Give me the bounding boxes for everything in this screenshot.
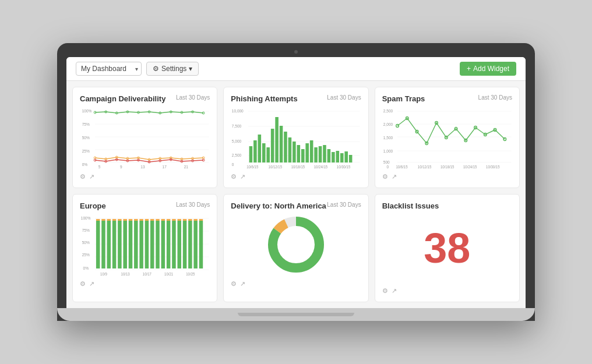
svg-rect-75: [323, 145, 327, 162]
svg-text:10/6/15: 10/6/15: [246, 165, 259, 169]
svg-rect-131: [112, 221, 117, 268]
svg-text:75%: 75%: [82, 228, 90, 232]
svg-rect-128: [101, 219, 105, 221]
svg-text:21: 21: [184, 165, 188, 169]
widget-gear-icon[interactable]: ⚙: [231, 173, 237, 181]
settings-caret-icon: ▾: [189, 65, 192, 73]
svg-rect-73: [315, 147, 318, 162]
svg-rect-79: [340, 153, 344, 162]
widget-subtitle: Last 30 Days: [478, 94, 512, 101]
widget-gear-icon[interactable]: ⚙: [80, 280, 86, 288]
widget-title: Spam Traps: [382, 94, 425, 103]
add-widget-label: Add Widget: [473, 65, 509, 73]
svg-rect-160: [188, 219, 192, 221]
svg-text:2,000: 2,000: [383, 122, 393, 126]
donut-chart-container: [231, 213, 361, 277]
widget-link-icon[interactable]: ↗: [392, 287, 397, 295]
widget-link-icon[interactable]: ↗: [392, 173, 397, 181]
svg-text:1,500: 1,500: [383, 136, 393, 140]
svg-rect-71: [306, 143, 309, 162]
svg-text:10/17: 10/17: [143, 272, 152, 276]
dashboard-select[interactable]: My Dashboard: [76, 62, 142, 76]
widget-footer: ⚙ ↗: [382, 173, 512, 181]
widget-link-icon[interactable]: ↗: [89, 173, 94, 181]
widget-subtitle: Last 30 Days: [176, 202, 210, 208]
widget-title: Blacklist Issues: [382, 202, 439, 210]
campaign-deliverability-chart: 100% 75% 50% 25% 0%: [80, 105, 210, 169]
svg-rect-163: [199, 221, 203, 268]
svg-rect-150: [161, 219, 165, 221]
svg-rect-77: [332, 152, 335, 162]
widget-gear-icon[interactable]: ⚙: [80, 173, 86, 181]
svg-rect-126: [96, 219, 100, 221]
widget-gear-icon[interactable]: ⚙: [382, 287, 388, 295]
widget-gear-icon[interactable]: ⚙: [231, 280, 237, 288]
svg-rect-134: [118, 219, 122, 221]
svg-rect-136: [123, 219, 127, 221]
svg-point-109: [503, 138, 506, 141]
svg-text:9: 9: [120, 165, 122, 169]
svg-rect-59: [253, 140, 257, 162]
svg-rect-61: [262, 143, 266, 162]
svg-text:1,000: 1,000: [383, 149, 393, 153]
widget-subtitle: Last 30 Days: [176, 94, 210, 101]
svg-rect-129: [107, 221, 111, 268]
svg-text:10/30/15: 10/30/15: [486, 165, 500, 169]
widget-footer: ⚙ ↗: [80, 173, 210, 181]
svg-rect-80: [345, 151, 348, 162]
widget-gear-icon[interactable]: ⚙: [382, 173, 388, 181]
svg-rect-162: [193, 219, 198, 221]
svg-rect-132: [112, 219, 117, 221]
svg-rect-147: [156, 221, 160, 268]
settings-button[interactable]: ⚙ Settings ▾: [146, 62, 199, 76]
widget-subtitle: Last 30 Days: [327, 94, 361, 101]
svg-rect-135: [123, 221, 127, 268]
svg-text:10/18/15: 10/18/15: [441, 165, 454, 169]
svg-rect-140: [134, 219, 138, 221]
svg-text:10/24/15: 10/24/15: [463, 165, 477, 169]
svg-rect-161: [193, 221, 198, 268]
widget-footer: ⚙ ↗: [231, 173, 361, 181]
svg-text:17: 17: [163, 165, 167, 169]
svg-text:10/9: 10/9: [100, 272, 107, 276]
widget-link-icon[interactable]: ↗: [240, 280, 245, 288]
widget-link-icon[interactable]: ↗: [240, 173, 245, 181]
svg-rect-66: [284, 132, 288, 162]
plus-icon: +: [467, 65, 471, 73]
svg-text:500: 500: [383, 160, 390, 164]
spam-traps-chart: 2,500 2,000 1,500 1,000 500 0: [382, 105, 512, 169]
svg-rect-81: [349, 155, 353, 162]
svg-text:7,500: 7,500: [232, 124, 242, 128]
svg-rect-153: [172, 221, 176, 268]
svg-rect-159: [188, 221, 192, 268]
europe-chart: 100% 75% 50% 25% 0%: [80, 213, 210, 277]
widget-spam-traps: Spam Traps Last 30 Days 2,500 2,000 1,50…: [375, 87, 520, 188]
svg-text:10/13: 10/13: [121, 272, 131, 276]
widget-header: Phishing Attempts Last 30 Days: [231, 94, 361, 103]
svg-rect-149: [161, 221, 165, 268]
svg-rect-152: [167, 219, 171, 221]
svg-text:10/18/15: 10/18/15: [291, 165, 305, 169]
widget-header: Campaign Deliverability Last 30 Days: [80, 94, 210, 103]
widget-footer: ⚙ ↗: [231, 280, 361, 288]
svg-text:2,500: 2,500: [383, 109, 393, 113]
svg-rect-155: [177, 221, 181, 268]
svg-rect-138: [129, 219, 133, 221]
blacklist-number: 38: [382, 213, 512, 284]
svg-text:10/12/15: 10/12/15: [417, 165, 431, 169]
svg-text:0: 0: [386, 165, 389, 169]
svg-rect-127: [101, 221, 105, 268]
svg-text:10/12/15: 10/12/15: [269, 165, 283, 169]
dashboard-select-wrapper[interactable]: My Dashboard ▾: [76, 62, 142, 76]
widget-grid: Campaign Deliverability Last 30 Days 100…: [66, 81, 526, 308]
svg-rect-157: [183, 221, 187, 268]
svg-rect-145: [150, 221, 154, 268]
widget-title: Campaign Deliverability: [80, 94, 165, 103]
svg-rect-63: [271, 129, 274, 162]
svg-rect-141: [139, 221, 143, 268]
widget-header: Delivery to: North America Last 30 Days: [231, 202, 361, 210]
widget-link-icon[interactable]: ↗: [89, 280, 94, 288]
svg-text:5: 5: [98, 165, 101, 169]
add-widget-button[interactable]: + Add Widget: [460, 62, 516, 76]
svg-rect-78: [336, 151, 340, 162]
